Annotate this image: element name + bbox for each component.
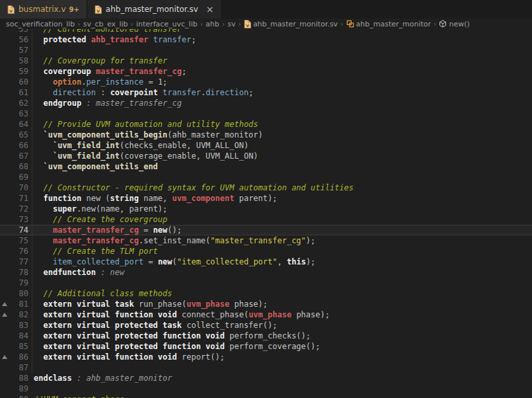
line-number[interactable]: 88: [11, 373, 28, 383]
line-number[interactable]: 72: [11, 204, 28, 214]
breadcrumb-item-sv_cb_ex_lib[interactable]: sv_cb_ex_lib: [83, 20, 128, 28]
line-text[interactable]: extern virtual protected task collect_tr…: [28, 320, 532, 331]
tab-busmatrix[interactable]: v busmatrix.v 9+: [0, 0, 87, 19]
line-number[interactable]: 79: [11, 278, 28, 288]
line-text[interactable]: // Constructor - required syntax for UVM…: [28, 182, 532, 193]
code-line[interactable]: 62 endgroup : master_transfer_cg: [0, 98, 532, 108]
line-number[interactable]: 74: [11, 225, 28, 235]
line-number[interactable]: 56: [11, 34, 28, 45]
line-text[interactable]: endfunction : new: [28, 267, 532, 278]
code-line[interactable]: 79: [0, 278, 532, 288]
code-line[interactable]: 82 extern virtual function void connect_…: [0, 309, 532, 320]
line-number[interactable]: 57: [11, 45, 28, 56]
line-text[interactable]: [28, 362, 532, 373]
line-text[interactable]: direction : coverpoint transfer.directio…: [28, 87, 532, 98]
code-line[interactable]: 65 `uvm_component_utils_begin(ahb_master…: [0, 130, 532, 140]
code-line[interactable]: 57: [0, 45, 532, 56]
code-line[interactable]: 56 protected ahb_transfer transfer;: [0, 34, 532, 45]
line-text[interactable]: [28, 108, 532, 119]
line-text[interactable]: super.new(name, parent);: [28, 204, 532, 214]
breadcrumb-item-soc_verification_lib[interactable]: soc_verification_lib: [6, 20, 75, 28]
line-number[interactable]: 83: [11, 320, 28, 331]
line-text[interactable]: endclass : ahb_master_monitor: [28, 373, 532, 383]
line-number[interactable]: 78: [11, 267, 28, 278]
code-line[interactable]: 78 endfunction : new: [0, 267, 532, 278]
line-number[interactable]: 66: [11, 140, 28, 151]
line-text[interactable]: // Additional class methods: [28, 288, 532, 299]
line-text[interactable]: protected ahb_transfer transfer;: [28, 34, 532, 45]
code-line[interactable]: 73 // Create the covergroup: [0, 214, 532, 225]
line-number[interactable]: 80: [11, 288, 28, 299]
line-number[interactable]: 87: [11, 362, 28, 373]
code-editor[interactable]: 55 // Current monitored transfer56 prote…: [0, 29, 532, 398]
line-text[interactable]: // Create the covergroup: [28, 214, 532, 225]
line-text[interactable]: [28, 172, 532, 182]
line-number[interactable]: 76: [11, 246, 28, 257]
code-line[interactable]: 68 `uvm_component_utils_end: [0, 161, 532, 172]
line-number[interactable]: 59: [11, 66, 28, 77]
line-text[interactable]: //UVM connect phase: [28, 394, 532, 398]
breadcrumb-item-new[interactable]: new(): [439, 20, 469, 28]
code-line[interactable]: 75 master_transfer_cg.set_inst_name("mas…: [0, 235, 532, 246]
line-text[interactable]: extern virtual function void report();: [28, 352, 532, 362]
breadcrumb-item-ahb_master_monitor[interactable]: ahb_master_monitor: [346, 20, 432, 28]
code-line[interactable]: 67 `uvm_field_int(coverage_enable, UVM_A…: [0, 151, 532, 161]
code-line[interactable]: 83 extern virtual protected task collect…: [0, 320, 532, 331]
code-line[interactable]: 55 // Current monitored transfer: [0, 29, 532, 34]
code-line[interactable]: 63: [0, 108, 532, 119]
tab-ahb-master-monitor[interactable]: v ahb_master_monitor.sv ×: [87, 0, 222, 19]
line-text[interactable]: `uvm_component_utils_begin(ahb_master_mo…: [28, 130, 532, 140]
code-line[interactable]: 90//UVM connect phase: [0, 394, 532, 398]
line-number[interactable]: 82: [11, 309, 28, 320]
code-line[interactable]: 80 // Additional class methods: [0, 288, 532, 299]
close-icon[interactable]: ×: [206, 5, 214, 14]
code-line[interactable]: 64 // Provide UVM automation and utility…: [0, 119, 532, 130]
line-text[interactable]: item_collected_port = new("item_collecte…: [28, 257, 532, 267]
line-number[interactable]: 85: [11, 341, 28, 352]
line-number[interactable]: 69: [11, 172, 28, 182]
line-text[interactable]: master_transfer_cg = new();: [28, 225, 532, 235]
line-number[interactable]: 73: [11, 214, 28, 225]
code-line[interactable]: 59 covergroup master_transfer_cg;: [0, 66, 532, 77]
line-number[interactable]: 89: [11, 383, 28, 394]
line-text[interactable]: // Covergroup for transfer: [28, 56, 532, 66]
code-line[interactable]: 74 master_transfer_cg = new();: [0, 225, 532, 235]
line-text[interactable]: endgroup : master_transfer_cg: [28, 98, 532, 108]
code-line[interactable]: 87: [0, 362, 532, 373]
code-line[interactable]: 84 extern virtual protected function voi…: [0, 331, 532, 341]
line-text[interactable]: extern virtual protected function void p…: [28, 341, 532, 352]
line-text[interactable]: // Provide UVM automation and utility me…: [28, 119, 532, 130]
line-number[interactable]: 71: [11, 193, 28, 204]
line-number[interactable]: 63: [11, 108, 28, 119]
code-line[interactable]: 61 direction : coverpoint transfer.direc…: [0, 87, 532, 98]
code-line[interactable]: 71 function new (string name, uvm_compon…: [0, 193, 532, 204]
line-text[interactable]: // Create the TLM port: [28, 246, 532, 257]
line-number[interactable]: 64: [11, 119, 28, 130]
code-line[interactable]: 85 extern virtual protected function voi…: [0, 341, 532, 352]
line-number[interactable]: 75: [11, 235, 28, 246]
line-number[interactable]: 67: [11, 151, 28, 161]
line-text[interactable]: master_transfer_cg.set_inst_name("master…: [28, 235, 532, 246]
code-line[interactable]: 60 option.per_instance = 1;: [0, 77, 532, 87]
code-line[interactable]: 86 extern virtual function void report()…: [0, 352, 532, 362]
code-line[interactable]: 72 super.new(name, parent);: [0, 204, 532, 214]
code-line[interactable]: 76 // Create the TLM port: [0, 246, 532, 257]
line-text[interactable]: function new (string name, uvm_component…: [28, 193, 532, 204]
line-number[interactable]: 77: [11, 257, 28, 267]
line-text[interactable]: `uvm_component_utils_end: [28, 161, 532, 172]
line-number[interactable]: 90: [11, 394, 28, 398]
code-line[interactable]: 66 `uvm_field_int(checks_enable, UVM_ALL…: [0, 140, 532, 151]
line-text[interactable]: [28, 45, 532, 56]
breadcrumb-item-ahb_master_monitor.sv[interactable]: vahb_master_monitor.sv: [244, 20, 338, 28]
line-text[interactable]: option.per_instance = 1;: [28, 77, 532, 87]
line-number[interactable]: 81: [11, 299, 28, 309]
line-text[interactable]: [28, 278, 532, 288]
line-number[interactable]: 68: [11, 161, 28, 172]
line-text[interactable]: covergroup master_transfer_cg;: [28, 66, 532, 77]
code-line[interactable]: 89: [0, 383, 532, 394]
line-number[interactable]: 84: [11, 331, 28, 341]
line-text[interactable]: [28, 383, 532, 394]
line-text[interactable]: `uvm_field_int(coverage_enable, UVM_ALL_…: [28, 151, 532, 161]
line-number[interactable]: 86: [11, 352, 28, 362]
breadcrumb-item-ahb[interactable]: ahb: [206, 20, 219, 28]
